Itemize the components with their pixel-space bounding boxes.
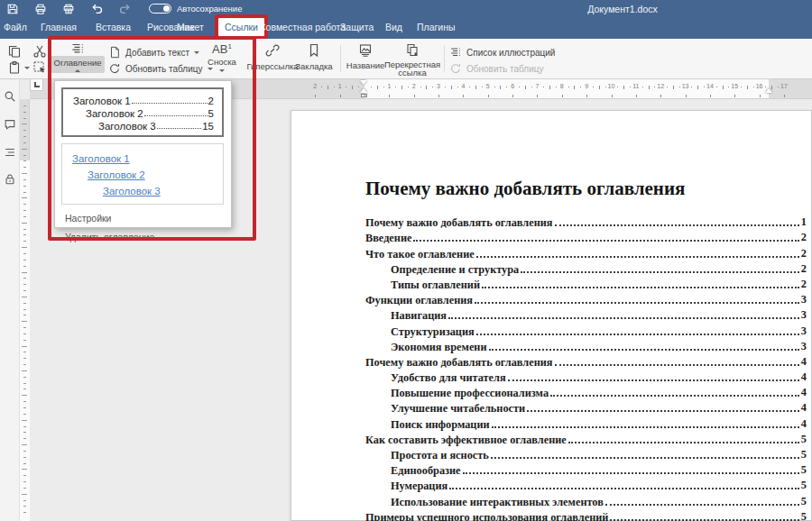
copy-icon[interactable] (7, 44, 22, 59)
toc-entry[interactable]: Функции оглавления3 (365, 292, 807, 307)
tab-stop-selector[interactable] (30, 78, 43, 91)
tab-3[interactable]: Вставка (96, 22, 131, 32)
tab-8[interactable]: Защита (340, 22, 374, 32)
toc-entry[interactable]: Простота и ясность5 (365, 447, 807, 462)
tab-9[interactable]: Вид (385, 22, 402, 32)
protection-lock-icon[interactable] (4, 173, 16, 186)
toc-entry[interactable]: Почему важно добавлять оглавления4 (365, 354, 807, 370)
tab-2[interactable]: Главная (41, 22, 77, 32)
search-icon[interactable] (4, 90, 16, 103)
ruler-number: 2 (313, 83, 317, 89)
redo-icon[interactable] (117, 3, 132, 14)
ruler-active-zone (20, 160, 30, 521)
toc-entry[interactable]: Введение2 (365, 230, 807, 245)
hyperlink-button[interactable]: Гиперссылка (247, 43, 298, 71)
footnote-button[interactable]: AB1 Сноска (204, 42, 240, 72)
ruler-tick (691, 87, 692, 87)
toc-entry-text: Типы оглавлений (391, 279, 480, 292)
ruler-tick (765, 87, 766, 87)
print-icon[interactable] (33, 3, 48, 14)
ruler-tick (23, 383, 26, 384)
navigation-headings-icon[interactable] (4, 146, 16, 159)
ruler-tick (23, 488, 26, 489)
add-text-button[interactable]: Добавить текст (108, 46, 199, 59)
toc-entry[interactable]: Определение и структура2 (365, 261, 807, 277)
ruler-tick (23, 186, 26, 187)
ruler-tick (673, 86, 674, 89)
comments-icon[interactable] (4, 118, 16, 131)
select-icon[interactable] (32, 60, 47, 75)
save-icon[interactable] (5, 3, 20, 14)
toc-entry[interactable]: Типы оглавлений2 (365, 277, 807, 292)
toc-leader-dots (521, 271, 799, 273)
toc-entry[interactable]: Навигация3 (365, 307, 807, 323)
toc-entry-text: Экономия времени (391, 341, 487, 354)
paste-icon[interactable] (7, 60, 22, 75)
bookmark-button[interactable]: Закладка (294, 43, 334, 71)
ruler-tick (22, 346, 27, 347)
ruler-number: 11 (632, 83, 639, 89)
ruler-tick (23, 192, 26, 193)
hanging-indent-marker[interactable] (360, 88, 367, 93)
toc-entry[interactable]: Примеры успешного использования оглавлен… (365, 509, 807, 521)
toc-entry[interactable]: Структуризация3 (365, 323, 807, 338)
toc-entry[interactable]: Экономия времени3 (365, 339, 807, 354)
toc-settings-item[interactable]: Настройки (55, 205, 231, 224)
ruler-tick (377, 86, 378, 89)
ruler-tick (23, 229, 26, 230)
undo-icon[interactable] (89, 3, 104, 14)
toc-style-links-option[interactable]: Заголовок 1Заголовок 2Заголовок 3 (61, 143, 224, 205)
ruler-tick (23, 457, 26, 458)
toc-entry[interactable]: Почему важно добавлять оглавления1 (365, 215, 807, 230)
ruler-tick (784, 95, 785, 97)
ruler-tick (562, 95, 563, 97)
toc-preview-label: Заголовок 3 (98, 121, 156, 132)
document-page[interactable]: Почему важно добавлять оглавления Почему… (291, 110, 812, 521)
toc-preview-row: Заголовок 25 (73, 106, 214, 119)
hyperlink-label: Гиперссылка (246, 61, 298, 71)
tab-10[interactable]: Плагины (417, 22, 456, 32)
quick-access-toolbar: Автосохранение (5, 3, 242, 14)
ruler-tick (346, 87, 346, 87)
toc-entry-text: Функции оглавления (365, 294, 473, 307)
toc-entry[interactable]: Как составить эффективное оглавление5 (365, 432, 807, 447)
toc-entry[interactable]: Поиск информации4 (365, 416, 807, 431)
toc-page-number: 5 (801, 510, 807, 521)
toc-leader-dots (476, 334, 799, 335)
ruler-number: 14 (706, 83, 714, 89)
toc-style-numbered-option[interactable]: Заголовок 12Заголовок 25Заголовок 315 (61, 87, 224, 137)
toc-entry[interactable]: Повышение профессионализма4 (365, 385, 807, 400)
toc-remove-item[interactable]: Удалить оглавление (55, 224, 231, 242)
autosave-toggle[interactable] (149, 4, 171, 14)
table-of-contents-button[interactable]: Оглавление (52, 41, 103, 73)
caption-button[interactable]: Название (345, 43, 386, 70)
toc-entry[interactable]: Что такое оглавление2 (365, 245, 807, 260)
figure-list-button[interactable]: Список иллюстраций (449, 46, 555, 59)
tab-5[interactable]: Макет (177, 22, 204, 32)
toc-entry[interactable]: Использование интерактивных элементов5 (365, 493, 807, 508)
update-table-button[interactable]: Обновить таблицу (108, 62, 213, 75)
ruler-tick (22, 444, 27, 445)
toc-leader-dots (475, 302, 799, 304)
tab-6[interactable]: Ссылки (218, 18, 264, 36)
ruler-number: 1 (338, 83, 342, 89)
cut-icon[interactable] (32, 44, 47, 59)
vertical-ruler[interactable] (20, 99, 30, 521)
quick-print-icon[interactable] (61, 3, 76, 14)
toc-entry[interactable]: Удобство для читателя4 (365, 370, 807, 385)
toc-leader-dots (568, 442, 799, 443)
tab-1[interactable]: Файл (4, 22, 27, 32)
paste-dropdown-caret[interactable] (24, 67, 30, 69)
toolbar-divider (444, 45, 445, 72)
toc-entry[interactable]: Улучшение читабельности4 (365, 400, 807, 416)
toc-entry[interactable]: Нумерация5 (365, 478, 807, 493)
tab-7[interactable]: Совместная работа (259, 22, 346, 32)
caption-label: Название (346, 60, 384, 70)
ruler-tick (22, 197, 27, 198)
toc-entry[interactable]: Единообразие5 (365, 462, 807, 478)
chevron-down-icon (194, 51, 199, 54)
ruler-number: 16 (756, 83, 763, 89)
first-line-indent-marker[interactable] (360, 80, 367, 85)
toc-entry-text: Почему важно добавлять оглавления (365, 216, 553, 230)
cross-reference-button[interactable]: Перекрестнаяссылка (383, 43, 442, 77)
